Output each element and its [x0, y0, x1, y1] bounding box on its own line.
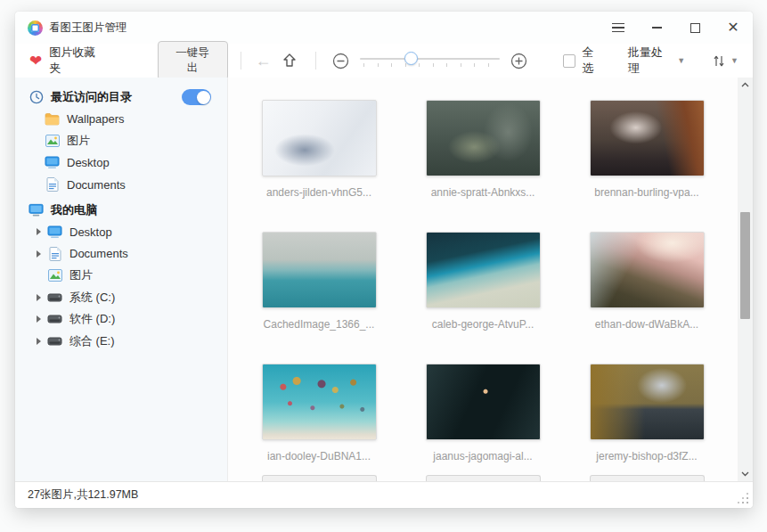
sidebar-item-wallpapers[interactable]: Wallpapers — [15, 109, 227, 131]
scroll-up-button[interactable] — [738, 78, 753, 92]
folder-icon — [45, 111, 60, 127]
grid-item[interactable]: caleb-george-AtvuP... — [401, 232, 565, 331]
file-name: annie-spratt-Abnkxs... — [431, 186, 535, 199]
zoom-in-button[interactable] — [510, 53, 527, 70]
recent-toggle[interactable] — [182, 89, 211, 105]
app-logo-icon — [28, 20, 43, 36]
grid-item[interactable]: anders-jilden-vhnG5... — [237, 100, 401, 199]
thumbnail-image — [262, 100, 377, 176]
batch-process-button[interactable]: 批量处理 ▼ — [628, 45, 685, 77]
toolbar-divider — [241, 52, 241, 70]
zoom-out-button[interactable] — [332, 53, 349, 70]
zoom-slider[interactable] — [360, 52, 499, 70]
computer-icon — [29, 202, 44, 217]
thumbnail-grid: anders-jilden-vhnG5... annie-spratt-Abnk… — [228, 78, 737, 481]
grid-item[interactable]: ian-dooley-DuBNA1... — [237, 364, 401, 462]
sidebar-item-label: 系统 (C:) — [69, 290, 115, 306]
expand-arrow-icon[interactable] — [37, 315, 45, 323]
minimize-button[interactable] — [649, 20, 664, 35]
file-name: caleb-george-AtvuP... — [432, 318, 534, 331]
sidebar-item-pictures[interactable]: 图片 — [15, 265, 227, 287]
grid-item[interactable]: ethan-dow-dWaBkA... — [565, 232, 729, 331]
grid-item[interactable]: jeremy-bishop-d3fZ... — [565, 364, 729, 462]
expand-arrow-icon[interactable] — [37, 337, 45, 345]
file-name: ethan-dow-dWaBkA... — [595, 318, 698, 331]
file-name: CachedImage_1366_... — [264, 318, 375, 331]
thumbnail-peek — [262, 475, 377, 481]
grid-item[interactable]: jaanus-jagomagi-al... — [401, 364, 565, 462]
sidebar-section-recent[interactable]: 最近访问的目录 — [15, 86, 227, 109]
sidebar-item-label: 图片 — [67, 133, 90, 149]
partial-next-row — [237, 475, 737, 481]
expand-arrow-icon[interactable] — [37, 228, 45, 236]
drive-icon — [47, 290, 62, 305]
select-all-checkbox[interactable] — [563, 54, 576, 68]
expand-arrow-icon[interactable] — [37, 250, 45, 258]
sidebar-item-pictures-recent[interactable]: 图片 — [15, 130, 227, 152]
sort-button[interactable]: ▼ — [712, 53, 738, 69]
vertical-scrollbar[interactable] — [738, 78, 753, 481]
sort-icon — [712, 53, 726, 69]
sidebar-item-desktop[interactable]: Desktop — [15, 221, 227, 243]
sidebar-section-computer[interactable]: 我的电脑 — [15, 200, 227, 222]
sidebar-item-documents[interactable]: Documents — [15, 243, 227, 266]
status-bar: 27张图片,共121.97MB — [15, 481, 753, 508]
home-up-icon — [282, 53, 298, 69]
menu-button[interactable] — [611, 20, 625, 35]
sidebar-item-label: Desktop — [69, 225, 112, 239]
thumbnail-image — [262, 364, 377, 440]
sidebar-item-label: Desktop — [67, 156, 110, 169]
thumbnail-image — [590, 364, 705, 440]
drive-icon — [47, 333, 62, 348]
thumbnail-peek — [426, 475, 541, 481]
image-icon — [45, 134, 60, 149]
file-name: ian-dooley-DuBNA1... — [267, 450, 371, 462]
file-name: anders-jilden-vhnG5... — [266, 186, 371, 199]
thumbnail-grid-panel: anders-jilden-vhnG5... annie-spratt-Abnk… — [227, 78, 753, 481]
scrollbar-thumb[interactable] — [740, 212, 750, 319]
window-title: 看图王图片管理 — [49, 20, 127, 36]
export-button[interactable]: 一键导出 — [158, 41, 228, 80]
thumbnail-peek — [590, 475, 705, 481]
app-window: 看图王图片管理 ✕ ❤ 图片收藏夹 一键导出 ← 全选 — [15, 12, 753, 508]
chevron-down-icon: ▼ — [730, 56, 738, 65]
scroll-down-button[interactable] — [738, 467, 753, 481]
sidebar-item-desktop-recent[interactable]: Desktop — [15, 152, 227, 175]
sidebar-item-documents-recent[interactable]: Documents — [15, 174, 227, 196]
title-bar: 看图王图片管理 ✕ — [15, 12, 753, 44]
thumbnail-image — [590, 232, 705, 308]
recent-section-label: 最近访问的目录 — [51, 89, 132, 105]
home-button[interactable] — [282, 53, 298, 69]
sidebar-item-drive-e[interactable]: 综合 (E:) — [15, 331, 227, 353]
file-name: jaanus-jagomagi-al... — [433, 450, 532, 462]
slider-track — [360, 58, 499, 60]
file-name: brennan-burling-vpa... — [594, 186, 698, 199]
expand-arrow-icon[interactable] — [37, 293, 45, 301]
sidebar-item-drive-d[interactable]: 软件 (D:) — [15, 308, 227, 331]
grid-item[interactable]: annie-spratt-Abnkxs... — [401, 100, 565, 199]
sidebar-item-drive-c[interactable]: 系统 (C:) — [15, 287, 227, 309]
toolbar-divider-2 — [315, 52, 316, 70]
clock-icon — [29, 90, 44, 105]
minimize-icon — [652, 27, 662, 29]
chevron-down-icon — [741, 471, 749, 477]
thumbnail-image — [262, 232, 377, 308]
thumbnail-image — [426, 232, 541, 308]
grid-item[interactable]: brennan-burling-vpa... — [565, 100, 729, 199]
thumbnail-image — [590, 100, 705, 176]
resize-grip[interactable] — [737, 492, 749, 504]
minus-circle-icon — [332, 53, 349, 70]
sidebar-item-label: Documents — [69, 247, 128, 260]
thumbnail-image — [426, 100, 541, 176]
close-button[interactable]: ✕ — [726, 20, 740, 35]
document-icon — [45, 177, 60, 192]
grid-item[interactable]: CachedImage_1366_... — [237, 232, 401, 331]
monitor-icon — [47, 225, 62, 240]
plus-circle-icon — [510, 53, 527, 70]
sidebar-item-label: 图片 — [69, 267, 93, 283]
back-button[interactable]: ← — [255, 52, 271, 70]
heart-icon: ❤ — [29, 53, 42, 69]
select-all-label: 全选 — [582, 45, 604, 77]
batch-process-label: 批量处理 — [628, 45, 673, 77]
maximize-button[interactable] — [688, 20, 702, 35]
